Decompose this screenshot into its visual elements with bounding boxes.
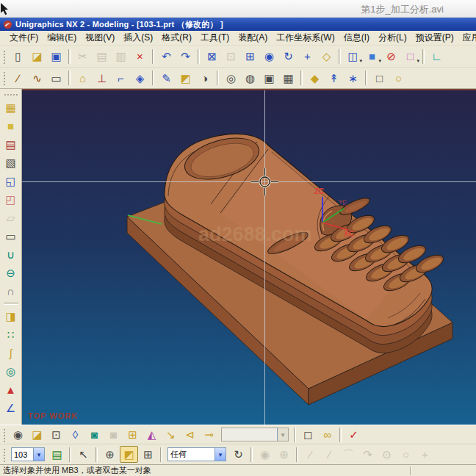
revolve-button[interactable]: ◑ [195, 70, 214, 87]
sew-button[interactable]: ◨ [1, 307, 21, 325]
bookmarks-button[interactable]: ▤ [1, 135, 21, 154]
solid-body-button[interactable]: ■ [1, 117, 21, 135]
datum-plane-button[interactable]: ⊥ [93, 70, 111, 87]
line-tool-2-icon: ∕ [328, 449, 331, 460]
open-part-button[interactable]: ◪ [28, 48, 46, 65]
selection-toolbar-grip[interactable] [3, 447, 7, 462]
menu-wcs[interactable]: 工作坐标系(W) [272, 31, 339, 45]
wireframe-display-dropdown-icon[interactable]: ▾ [359, 58, 362, 64]
clip-section-button[interactable]: ⊞ [139, 446, 157, 463]
menu-file[interactable]: 文件(F) [5, 31, 43, 45]
layer-combo[interactable]: 103▾ [11, 447, 45, 461]
features-toolbar-grip[interactable] [3, 71, 7, 85]
selection-filter-button[interactable]: ↖ [74, 446, 93, 463]
pocket-button[interactable]: ▣ [260, 70, 278, 87]
pan-view-button[interactable]: + [298, 48, 317, 65]
add-component-button[interactable]: ⊞ [123, 426, 142, 443]
zoom-view-button[interactable]: ⊞ [241, 48, 259, 65]
wireframe-display-button[interactable]: ◫▾ [344, 48, 362, 65]
block-button[interactable]: □ [370, 70, 389, 87]
thread-button[interactable]: ↟ [325, 70, 343, 87]
menu-preferences[interactable]: 预设置(P) [411, 31, 458, 45]
extrude-button[interactable]: ◩ [176, 70, 195, 87]
boss-button[interactable]: ◍ [241, 70, 259, 87]
sidebar-toolbar-grip[interactable] [4, 93, 18, 96]
new-part-button[interactable]: ▯ [9, 48, 27, 65]
hole-button[interactable]: ◎ [222, 70, 240, 87]
update-display-button[interactable]: ↷ [176, 48, 195, 65]
fit-view-button[interactable]: ⊠ [203, 48, 221, 65]
explode-assembly-button[interactable]: ⊲ [181, 426, 199, 443]
emboss-button[interactable]: ▲ [1, 381, 21, 399]
intersect-button[interactable]: ∩ [1, 282, 21, 300]
interpart-link-button[interactable]: ∞ [318, 426, 336, 443]
display-part-button[interactable]: ◻ [299, 426, 317, 443]
toolbar-separator [339, 49, 341, 64]
unite-button[interactable]: ∪ [1, 245, 21, 264]
save-part-button[interactable]: ▣ [47, 48, 65, 65]
point-constructor-button[interactable]: ∕ [9, 70, 27, 87]
face-analysis-button[interactable]: □▾ [401, 48, 419, 65]
menu-assemblies[interactable]: 装配(A) [234, 31, 272, 45]
menu-information[interactable]: 信息(I) [339, 31, 374, 45]
face-analysis-dropdown-icon[interactable]: ▾ [416, 58, 419, 64]
through-curves-button[interactable]: ◈ [131, 70, 149, 87]
offset-face-button[interactable]: ◰ [1, 190, 21, 209]
cylinder-button[interactable]: ○ [389, 70, 408, 87]
bounding-box-button[interactable]: ⊡ [47, 426, 65, 443]
curve-mesh-button[interactable]: ⌐ [112, 70, 130, 87]
sphere-button[interactable]: ◆ [306, 70, 324, 87]
edge-blend-button[interactable]: ∫ [1, 344, 21, 362]
work-region-button[interactable]: ◩ [120, 446, 138, 463]
reposition-button[interactable]: ↻ [229, 446, 248, 463]
shaded-display-button[interactable]: ■▾ [363, 48, 381, 65]
rotate-view-button[interactable]: ↻ [279, 48, 298, 65]
pad-button[interactable]: ▦ [279, 70, 298, 87]
menu-edit[interactable]: 编辑(E) [43, 31, 81, 45]
instance-array-button[interactable]: ∷ [1, 325, 21, 344]
perspective-button[interactable]: ◇ [317, 48, 336, 65]
subtract-button[interactable]: ⊖ [1, 264, 21, 282]
capture-image-button[interactable]: ◙ [85, 426, 104, 443]
datum-csys-button[interactable]: ∗ [344, 70, 362, 87]
video-title: 第1步_加工分析.avi [361, 3, 444, 16]
menu-insert[interactable]: 插入(S) [119, 31, 157, 45]
type-filter-combo-arrow-icon[interactable]: ▾ [214, 448, 226, 461]
verify-assembly-button[interactable]: ✓ [345, 426, 363, 443]
type-filter-combo[interactable]: 任何▾ [167, 447, 226, 461]
rectangle-button[interactable]: ▭ [47, 70, 65, 87]
layer-combo-arrow-icon[interactable]: ▾ [33, 448, 44, 461]
export-part-button[interactable]: ◪ [28, 426, 46, 443]
delete-button[interactable]: × [131, 48, 149, 65]
studio-spline-button[interactable]: ∿ [28, 70, 46, 87]
menu-analysis[interactable]: 分析(L) [374, 31, 411, 45]
standard-toolbar-grip[interactable] [3, 49, 7, 64]
move-component-button[interactable]: ↘ [162, 426, 180, 443]
draft-button[interactable]: ∠ [1, 399, 21, 417]
sheet-body-button[interactable]: ◊ [66, 426, 84, 443]
magnify-button[interactable]: ◉ [260, 48, 278, 65]
measure-distance-button[interactable]: ∟ [428, 48, 446, 65]
menu-format[interactable]: 格式(R) [157, 31, 196, 45]
assembly-tools-button[interactable]: ⊸ [200, 426, 218, 443]
hidden-edges-button[interactable]: ⊘ [382, 48, 400, 65]
profile-button[interactable]: ⌂ [73, 70, 92, 87]
snap-point-button[interactable]: ⊕ [101, 446, 119, 463]
shaded-display-dropdown-icon[interactable]: ▾ [378, 58, 381, 64]
mirror-assembly-button[interactable]: ◭ [143, 426, 161, 443]
menu-tools[interactable]: 工具(T) [196, 31, 234, 45]
graphics-viewport[interactable]: ad2688.com [22, 89, 476, 425]
menu-application[interactable]: 应用(N) [458, 31, 476, 45]
block-feature-button[interactable]: ▦ [1, 98, 21, 117]
copy-body-b-button[interactable]: ▭ [1, 227, 21, 245]
section-view-button[interactable]: ▧ [1, 154, 21, 172]
menu-view[interactable]: 视图(V) [81, 31, 119, 45]
undo-button[interactable]: ↶ [157, 48, 176, 65]
find-feature-button[interactable]: ◉ [9, 426, 27, 443]
utility-toolbar-grip[interactable] [3, 428, 7, 442]
sketch-button[interactable]: ✎ [157, 70, 176, 87]
layer-settings-button[interactable]: ▤ [48, 446, 66, 463]
feature-sidebar-toolbar: ▦■▤▧◱◰▱▭∪⊖∩◨∷∫◎▲∠ [0, 89, 22, 425]
shell-button[interactable]: ◎ [1, 362, 21, 381]
move-face-button[interactable]: ◱ [1, 172, 21, 190]
